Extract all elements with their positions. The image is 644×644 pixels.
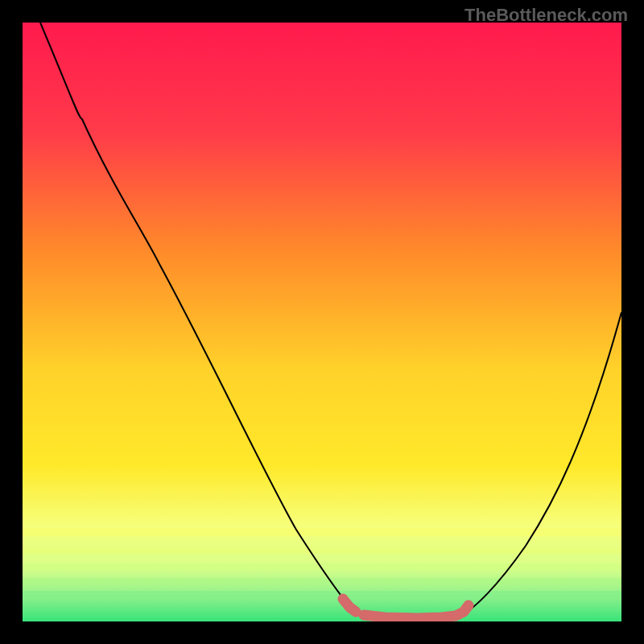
marker-end-right [464, 601, 473, 610]
watermark-text: TheBottleneck.com [464, 5, 628, 26]
optimal-zone-marker [343, 599, 469, 618]
marker-end-left [338, 594, 348, 604]
plot-area [23, 23, 621, 621]
curve-left-branch [40, 23, 357, 615]
chart-container: TheBottleneck.com [0, 0, 644, 644]
curve-right-branch [460, 312, 621, 616]
curve-layer [23, 23, 621, 621]
